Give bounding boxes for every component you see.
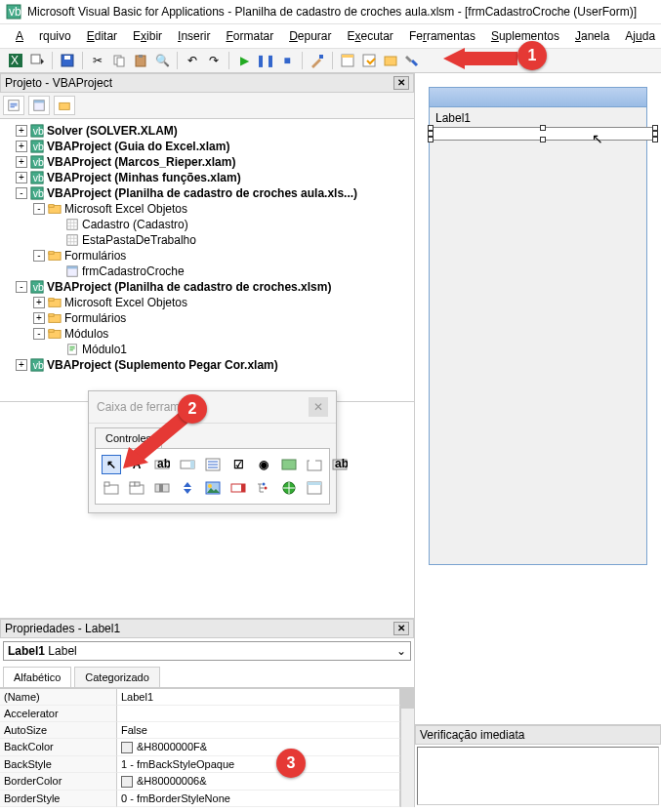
toolbox-close[interactable]: ✕ (309, 397, 328, 417)
object-browser-button[interactable] (381, 51, 400, 70)
tree-node[interactable]: -vbVBAProject (Planilha de cadastro de c… (2, 185, 412, 201)
insert-userform-dropdown[interactable] (27, 51, 47, 70)
menu-inserir[interactable]: Inserir (170, 26, 218, 46)
tool-tabstrip[interactable] (102, 478, 121, 498)
userform-canvas[interactable]: Label1 ↖ (429, 87, 647, 565)
tree-twisty[interactable]: - (16, 281, 27, 293)
tool-listbox[interactable] (203, 455, 223, 474)
tree-twisty[interactable]: - (33, 250, 45, 262)
properties-object-selector[interactable]: Label1 Label ⌄ (3, 641, 411, 661)
prop-name[interactable]: BorderColor (0, 773, 117, 791)
tree-twisty[interactable]: + (16, 172, 27, 183)
tool-frame[interactable] (305, 455, 324, 474)
break-button[interactable]: ❚❚ (256, 51, 275, 70)
tree-twisty[interactable]: - (33, 203, 45, 215)
menu-janela[interactable]: Janela (567, 26, 617, 46)
menu-formatar[interactable]: Formatar (218, 26, 281, 46)
tool-browser[interactable] (279, 478, 299, 498)
tool-refedit[interactable] (228, 478, 248, 498)
tool-treeview[interactable] (254, 478, 273, 498)
view-excel-button[interactable]: X (6, 51, 25, 70)
toggle-folders-button[interactable] (54, 96, 75, 115)
reset-button[interactable]: ■ (277, 51, 297, 70)
tool-image[interactable] (203, 478, 223, 498)
tab-categorizado[interactable]: Categorizado (74, 667, 159, 687)
tool-commandbutton[interactable]: ab (330, 455, 350, 474)
prop-value[interactable] (117, 706, 400, 722)
label-control[interactable]: Label1 (435, 111, 471, 125)
menu-arquivo[interactable]: Arquivo (8, 26, 79, 46)
tree-node[interactable]: Cadastro (Cadastro) (2, 217, 412, 232)
tree-twisty[interactable]: + (33, 297, 45, 308)
prop-value[interactable]: Label1 (117, 689, 400, 706)
tool-optionbutton[interactable]: ◉ (254, 455, 273, 474)
tree-node[interactable]: +vbVBAProject (Suplemento Pegar Cor.xlam… (2, 357, 412, 373)
tree-node[interactable]: -Microsoft Excel Objetos (2, 201, 412, 217)
prop-name[interactable]: BorderStyle (0, 791, 117, 807)
menu-exibir[interactable]: Exibir (125, 26, 170, 46)
redo-button[interactable]: ↷ (204, 51, 224, 70)
properties-grid[interactable]: (Name)Label1AcceleratorAutoSizeFalseBack… (0, 688, 414, 807)
tool-listview[interactable] (305, 478, 324, 498)
prop-value[interactable]: 0 - fmBorderStyleNone (117, 791, 400, 807)
prop-name[interactable]: Accelerator (0, 706, 117, 722)
prop-value[interactable]: &H8000000F& (117, 739, 400, 756)
menu-executar[interactable]: Executar (340, 26, 401, 46)
prop-value[interactable]: 1 - fmBackStyleOpaque (117, 756, 400, 773)
cut-button[interactable]: ✂ (88, 51, 107, 70)
tree-node[interactable]: +vbVBAProject (Minhas funções.xlam) (2, 170, 412, 185)
menu-ajuda[interactable]: Ajuda (617, 26, 661, 46)
view-code-button[interactable] (3, 96, 24, 115)
tree-twisty[interactable]: - (16, 187, 27, 199)
design-mode-button[interactable] (308, 51, 327, 70)
prop-name[interactable]: (Name) (0, 689, 117, 706)
menu-depurar[interactable]: Depurar (281, 26, 339, 46)
prop-name[interactable]: BackStyle (0, 756, 117, 773)
prop-name[interactable]: AutoSize (0, 722, 117, 739)
tool-spinbutton[interactable] (178, 478, 197, 498)
tree-node[interactable]: EstaPastaDeTrabalho (2, 232, 412, 248)
tree-twisty[interactable]: + (16, 141, 27, 152)
run-button[interactable]: ▶ (234, 51, 254, 70)
properties-scrollbar[interactable] (400, 689, 414, 807)
find-button[interactable]: 🔍 (152, 51, 172, 70)
tab-alfabetico[interactable]: Alfabético (3, 667, 71, 687)
project-explorer-button[interactable] (338, 51, 357, 70)
properties-window-button[interactable] (359, 51, 379, 70)
selection-handles[interactable] (430, 127, 656, 141)
project-panel-close[interactable]: ✕ (393, 76, 409, 90)
menu-editar[interactable]: Editar (79, 26, 125, 46)
prop-name[interactable]: BackColor (0, 739, 117, 756)
properties-panel-close[interactable]: ✕ (393, 622, 409, 635)
copy-button[interactable] (109, 51, 129, 70)
tree-node[interactable]: +vbVBAProject (Marcos_Rieper.xlam) (2, 154, 412, 170)
immediate-textarea[interactable] (417, 747, 659, 805)
tree-node[interactable]: -Módulos (2, 326, 412, 342)
tree-node[interactable]: -Formulários (2, 248, 412, 264)
paste-button[interactable] (131, 51, 150, 70)
save-button[interactable] (58, 51, 77, 70)
view-object-button[interactable] (28, 96, 50, 115)
tree-node[interactable]: +vbVBAProject (Guia do Excel.xlam) (2, 139, 412, 154)
tree-node[interactable]: frmCadastroCroche (2, 264, 412, 279)
tree-node[interactable]: +vbSolver (SOLVER.XLAM) (2, 123, 412, 139)
tree-node[interactable]: +Microsoft Excel Objetos (2, 295, 412, 310)
tree-node[interactable]: +Formulários (2, 310, 412, 326)
tool-multipage[interactable] (127, 478, 146, 498)
tool-checkbox[interactable]: ☑ (228, 455, 248, 474)
menu-ferramentas[interactable]: Ferramentas (401, 26, 483, 46)
prop-value[interactable]: False (117, 722, 400, 739)
prop-value[interactable]: &H80000006& (117, 773, 400, 791)
tree-twisty[interactable]: + (33, 312, 45, 324)
tree-twisty[interactable]: + (16, 359, 27, 371)
tool-scrollbar[interactable] (152, 478, 172, 498)
tree-twisty[interactable]: - (33, 328, 45, 340)
tree-node[interactable]: -vbVBAProject (Planilha de cadastro de c… (2, 279, 412, 295)
tree-twisty[interactable]: + (16, 156, 27, 168)
project-tree[interactable]: +vbSolver (SOLVER.XLAM)+vbVBAProject (Gu… (0, 119, 414, 402)
tree-twisty[interactable]: + (16, 125, 27, 137)
undo-button[interactable]: ↶ (183, 51, 202, 70)
tool-togglebutton[interactable] (279, 455, 299, 474)
toolbox-button[interactable] (402, 51, 422, 70)
tree-node[interactable]: Módulo1 (2, 342, 412, 357)
